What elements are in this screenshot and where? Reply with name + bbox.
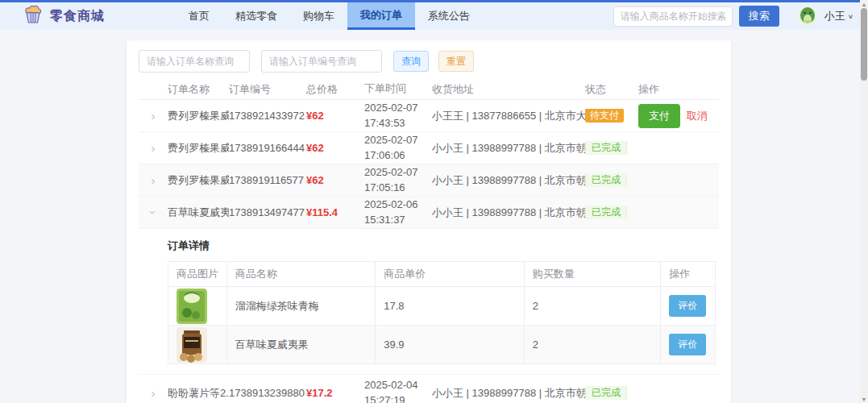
order-price: ¥17.2 [306,387,364,399]
order-time: 2025-02-0615:31:37 [364,197,432,226]
product-image-green-plum [177,289,207,324]
product-name: 百草味夏威夷果 [226,326,375,364]
status-badge: 已完成 [585,386,627,400]
order-detail-table: 商品图片 商品名称 商品单价 购买数量 操作 [168,261,716,364]
pay-button[interactable]: 支付 [638,104,680,128]
product-name: 溜溜梅绿茶味青梅 [226,287,375,325]
scroll-down-icon[interactable]: ▼ [860,395,868,403]
status-badge: 待支付 [585,109,624,123]
status-badge: 已完成 [585,206,627,219]
col-product-name: 商品名称 [226,262,375,286]
app-header: 零食商城 首页 精选零食 购物车 我的订单 系统公告 搜索 小王 ∨ [0,2,868,30]
search-button[interactable]: 搜索 [739,6,779,27]
expand-icon[interactable]: › [152,109,156,123]
order-address: 小小王 | 13988997788 | 北京市朝阳区东... [432,386,585,401]
order-address: 小小王 | 13988997788 | 北京市朝阳区东... [432,206,585,220]
order-number: 1738913239880 [229,387,306,399]
order-price: ¥115.4 [306,206,364,218]
col-order-name: 订单名称 [168,82,229,97]
order-time: 2025-02-0717:06:06 [364,133,432,162]
order-address: 小小王 | 13988997788 | 北京市朝阳区东... [432,173,585,188]
order-row: › 费列罗榛果威... 1738919116577 ¥62 2025-02-07… [139,164,719,197]
user-avatar[interactable] [797,6,818,27]
order-name: 盼盼薯片等2... [168,386,229,401]
product-price: 39.9 [375,326,523,364]
order-price: ¥62 [306,110,364,122]
nav-announcements[interactable]: 系统公告 [415,2,483,30]
order-name: 费列罗榛果威... [168,141,229,156]
order-name-filter-input[interactable] [139,50,250,73]
order-address: 小王王 | 13877886655 | 北京市大兴区枫... [432,109,585,123]
status-badge: 已完成 [585,141,627,155]
brand-title: 零食商城 [50,8,105,25]
col-total-price: 总价格 [306,82,364,97]
order-time: 2025-02-0415:27:19 [364,378,432,403]
col-product-price: 商品单价 [375,262,523,286]
order-row: › 费列罗榛果威... 1738921433972 ¥62 2025-02-07… [139,100,719,132]
order-number: 1738919116577 [229,174,306,186]
product-qty: 2 [524,287,660,325]
username-label: 小王 [824,9,845,23]
expand-icon[interactable]: › [152,173,156,187]
review-button[interactable]: 评价 [669,334,706,355]
nav-cart[interactable]: 购物车 [290,2,347,30]
query-button[interactable]: 查询 [393,51,429,72]
order-name: 百草味夏威夷... [168,206,229,220]
col-order-time: 下单时间 [364,81,432,96]
col-product-qty: 购买数量 [524,262,660,286]
order-number: 1738921433972 [229,110,306,122]
order-detail-title: 订单详情 [168,239,719,253]
product-image-macadamia-jar [177,327,207,363]
col-order-number: 订单编号 [229,82,306,97]
order-name: 费列罗榛果威... [168,109,229,123]
nav-featured-snacks[interactable]: 精选零食 [222,2,290,30]
product-qty: 2 [524,326,660,364]
review-button[interactable]: 评价 [669,295,706,317]
order-row-expanded: › 百草味夏威夷... 1738913497477 ¥115.4 2025-02… [139,197,719,229]
col-product-image: 商品图片 [168,262,226,286]
collapse-icon[interactable]: › [147,210,160,214]
scroll-up-icon[interactable]: ▲ [860,0,868,8]
order-detail-section: 订单详情 商品图片 商品名称 商品单价 购买数量 操作 [139,229,719,375]
order-name: 费列罗榛果威... [168,173,229,188]
product-search-input[interactable] [613,6,733,27]
nav-my-orders[interactable]: 我的订单 [347,2,415,30]
order-price: ¥62 [306,174,364,186]
cancel-link[interactable]: 取消 [687,109,708,123]
expand-icon[interactable]: › [152,141,156,155]
cupcake-logo-icon [23,4,44,28]
order-number: 1738919166444 [229,142,306,154]
brand[interactable]: 零食商城 [0,2,105,30]
reset-button[interactable]: 重置 [438,51,474,72]
product-price: 17.8 [375,287,523,325]
scrollbar[interactable]: ▲ ▼ [860,0,868,403]
orders-table-header: 订单名称 订单编号 总价格 下单时间 收货地址 状态 操作 [139,79,719,100]
order-address: 小小王 | 13988997788 | 北京市朝阳区东... [432,141,585,156]
col-action: 操作 [638,82,719,97]
col-address: 收货地址 [432,82,585,97]
order-row: › 盼盼薯片等2... 1738913239880 ¥17.2 2025-02-… [139,375,719,403]
col-product-action: 操作 [660,262,715,286]
order-row: › 费列罗榛果威... 1738919166444 ¥62 2025-02-07… [139,132,719,164]
order-time: 2025-02-0717:05:16 [364,165,432,194]
nav-home[interactable]: 首页 [176,2,222,30]
detail-row: 百草味夏威夷果 39.9 2 评价 [168,325,715,364]
order-number: 1738913497477 [229,206,306,218]
scrollbar-thumb[interactable] [861,8,867,81]
order-number-filter-input[interactable] [261,50,382,73]
chevron-down-icon: ∨ [848,13,853,20]
order-price: ¥62 [306,142,364,154]
username-menu[interactable]: 小王 ∨ [824,9,853,23]
order-filters: 查询 重置 [139,50,719,73]
col-status: 状态 [585,82,638,97]
detail-row: 溜溜梅绿茶味青梅 17.8 2 评价 [168,286,715,325]
expand-icon[interactable]: › [152,386,156,400]
main-nav: 首页 精选零食 购物车 我的订单 系统公告 [176,2,483,30]
status-badge: 已完成 [585,173,627,187]
orders-panel: 查询 重置 订单名称 订单编号 总价格 下单时间 收货地址 状态 操作 › 费列… [127,40,731,403]
order-time: 2025-02-0717:43:53 [364,101,432,130]
